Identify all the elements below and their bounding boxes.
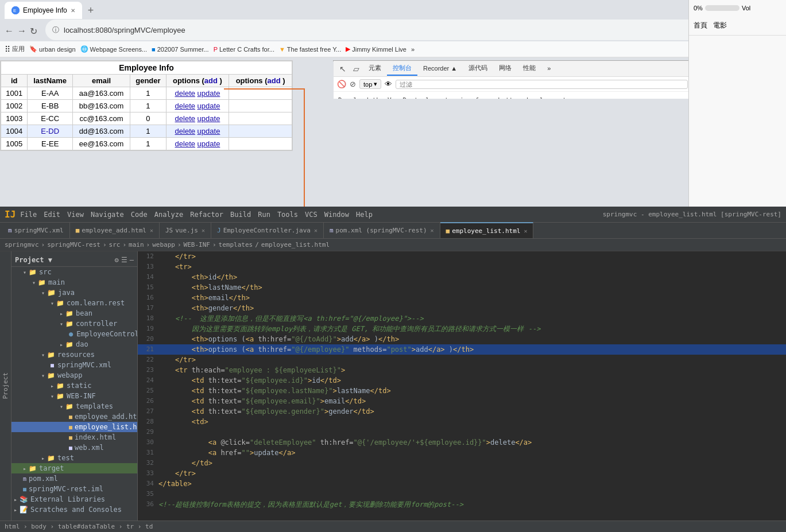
update-link[interactable]: update (198, 139, 220, 148)
menu-tools[interactable]: Tools (277, 211, 298, 219)
sidebar-item-employee-controller[interactable]: ● EmployeeController (11, 329, 137, 339)
sidebar-item-pom-xml[interactable]: m pom.xml (11, 473, 137, 484)
devtools-inspect-icon[interactable]: ↖ (336, 64, 350, 73)
update-link[interactable]: update (198, 102, 220, 110)
menu-view[interactable]: View (67, 211, 84, 219)
tab-close-icon-2[interactable]: ✕ (202, 227, 205, 234)
devtools-tab-sources[interactable]: 源代码 (463, 61, 493, 76)
sidebar-list-icon[interactable]: ☰ (121, 256, 127, 264)
menu-build[interactable]: Build (230, 211, 251, 219)
breadcrumb-src[interactable]: src (109, 241, 121, 248)
devtools-eye-icon[interactable]: 👁 (385, 80, 392, 88)
urban-design-bookmark[interactable]: 🔖 urban design (29, 45, 76, 53)
sidebar-item-static[interactable]: ▸ 📁 static (11, 380, 137, 391)
breadcrumb-templates[interactable]: templates (219, 241, 253, 248)
menu-window[interactable]: Window (324, 211, 349, 219)
menu-file[interactable]: File (20, 211, 37, 219)
tab-close-icon-5[interactable]: ✕ (524, 228, 527, 234)
devtools-top-dropdown[interactable]: top ▾ (359, 79, 381, 89)
sidebar-item-scratches[interactable]: ▸ 📝 Scratches and Consoles (11, 504, 137, 515)
menu-code[interactable]: Code (131, 211, 148, 219)
delete-link[interactable]: delete (175, 102, 195, 110)
devtools-tab-performance[interactable]: 性能 (517, 61, 541, 76)
sidebar-item-web-xml[interactable]: ■ web.xml (11, 442, 137, 453)
sidebar-item-java[interactable]: ▾ 📁 java (11, 288, 137, 298)
sidebar-item-main[interactable]: ▾ 📁 main (11, 277, 137, 288)
new-tab-button[interactable]: + (84, 5, 98, 17)
ide-project-panel-toggle[interactable]: Project (0, 251, 11, 521)
sidebar-item-controller[interactable]: ▾ 📁 controller (11, 319, 137, 329)
jimmy-kimmel-bookmark[interactable]: ▶ Jimmy Kimmel Live (346, 45, 406, 53)
editor-tab-controller[interactable]: J EmployeeController.java ✕ (211, 222, 324, 238)
webpage-screens-bookmark[interactable]: 🌐 Webpage Screens... (80, 45, 147, 53)
sidebar-item-target[interactable]: ▸ 📁 target (11, 463, 137, 473)
tab-close-icon[interactable]: ✕ (150, 227, 153, 234)
sidebar-item-webapp[interactable]: ▾ 📁 webapp (11, 370, 137, 380)
forward-button[interactable]: → (17, 26, 26, 36)
sidebar-item-dao[interactable]: ▸ 📁 dao (11, 339, 137, 350)
editor-tab-vue[interactable]: JS vue.js ✕ (160, 222, 211, 238)
devtools-tab-elements[interactable]: 元素 (363, 61, 387, 76)
editor-tab-employee-list[interactable]: ■ employee_list.html ✕ (440, 222, 534, 238)
sidebar-item-webinf[interactable]: ▾ 📁 WEB-INF (11, 391, 137, 401)
editor-tab-pom[interactable]: m pom.xml (springMVC-rest) ✕ (324, 222, 440, 238)
sidebar-item-bean[interactable]: ▸ 📁 bean (11, 308, 137, 319)
add-link-2[interactable]: add (268, 76, 281, 85)
nav-home[interactable]: 首頁 (694, 21, 707, 30)
sidebar-item-external-libraries[interactable]: ▸ 📚 External Libraries (11, 494, 137, 504)
apps-bookmark[interactable]: ⠿ 应用 (5, 45, 25, 54)
update-link[interactable]: update (198, 127, 220, 135)
delete-link[interactable]: delete (175, 89, 195, 98)
sidebar-item-templates[interactable]: ▾ 📁 templates (11, 401, 137, 411)
devtools-block-icon[interactable]: 🚫 (337, 80, 346, 88)
breadcrumb-webinf[interactable]: WEB-INF (184, 241, 210, 248)
add-link-1[interactable]: add (204, 76, 218, 85)
sidebar-item-iml[interactable]: ■ springMVC-rest.iml (11, 484, 137, 494)
breadcrumb-springmvc[interactable]: springmvc (5, 241, 39, 248)
update-link[interactable]: update (198, 114, 220, 123)
sidebar-item-springmvc-xml[interactable]: ■ springMVC.xml (11, 360, 137, 370)
devtools-tab-console[interactable]: 控制台 (387, 61, 417, 76)
editor-tab-employee-add[interactable]: ■ employee_add.html ✕ (70, 222, 160, 238)
breadcrumb-main[interactable]: main (129, 241, 144, 248)
back-button[interactable]: ← (5, 26, 14, 36)
devtools-tab-network[interactable]: 网络 (493, 61, 517, 76)
sidebar-item-employee-add-html[interactable]: ■ employee_add.html (11, 411, 137, 422)
delete-link[interactable]: delete (175, 139, 195, 148)
breadcrumb-webapp[interactable]: webapp (152, 241, 175, 248)
tab-close-icon-4[interactable]: ✕ (431, 227, 434, 234)
editor-tab-springmvc-xml[interactable]: m springMVC.xml (2, 222, 70, 238)
sidebar-item-src[interactable]: ▾ 📁 src (11, 267, 137, 277)
delete-link[interactable]: delete (175, 114, 195, 123)
devtools-filter-input[interactable] (396, 80, 688, 89)
breadcrumb-springmvc-rest[interactable]: springMVC-rest (47, 241, 100, 248)
more-bookmarks[interactable]: » (411, 46, 415, 53)
202007-bookmark[interactable]: ■ 202007 Summer... (152, 46, 209, 53)
sidebar-item-index-html[interactable]: ■ index.html (11, 432, 137, 442)
breadcrumb-file[interactable]: employee_list.html (261, 241, 330, 248)
devtools-device-icon[interactable]: ▱ (350, 64, 363, 73)
browser-tab-active[interactable]: E Employee Info ✕ (5, 2, 82, 19)
menu-analyze[interactable]: Analyze (154, 211, 184, 219)
devtools-tab-recorder[interactable]: Recorder ▲ (417, 63, 463, 75)
menu-help[interactable]: Help (356, 211, 373, 219)
sidebar-item-com[interactable]: ▾ 📁 com.learn.rest (11, 298, 137, 308)
sidebar-settings-icon[interactable]: ⚙ (115, 256, 119, 264)
tab-close-btn[interactable]: ✕ (71, 7, 75, 14)
devtools-clear-icon[interactable]: ⊘ (350, 80, 356, 88)
sidebar-item-employee-list-html[interactable]: ■ employee_list.html (11, 422, 137, 432)
letter-c-bookmark[interactable]: P Letter C Crafts for... (214, 46, 274, 53)
reload-button[interactable]: ↻ (30, 26, 37, 37)
devtools-tab-more[interactable]: » (541, 63, 556, 75)
menu-edit[interactable]: Edit (44, 211, 60, 219)
sidebar-item-test[interactable]: ▸ 📁 test (11, 453, 137, 463)
sidebar-collapse-icon[interactable]: – (130, 256, 134, 264)
address-input[interactable] (64, 26, 692, 34)
menu-run[interactable]: Run (258, 211, 270, 219)
fastest-free-bookmark[interactable]: ▼ The fastest free Y... (279, 46, 341, 53)
nav-movies[interactable]: 電影 (713, 21, 727, 30)
delete-link[interactable]: delete (175, 127, 195, 135)
menu-refactor[interactable]: Refactor (190, 211, 223, 219)
update-link[interactable]: update (198, 89, 220, 98)
menu-vcs[interactable]: VCS (305, 211, 318, 219)
